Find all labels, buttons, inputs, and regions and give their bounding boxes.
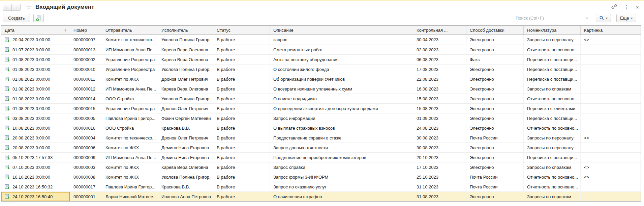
cell-control_date[interactable]: 02.08.2023 <box>413 45 466 54</box>
cell-executor[interactable]: Карева Вера Олеговна <box>158 45 213 54</box>
cell-executor[interactable]: Карева Вера Олеговна <box>158 55 213 64</box>
cell-nomenclature[interactable]: Переписка с поставщи... <box>524 74 581 84</box>
cell-status[interactable]: В работе <box>213 182 270 191</box>
favorite-star-icon[interactable]: ☆ <box>26 4 32 10</box>
cell-description[interactable]: Смета ремонтных работ <box>270 45 413 54</box>
cell-sender[interactable]: Комитет по техническо... <box>102 133 158 143</box>
cell-control_date[interactable]: 30.04.2023 <box>413 35 466 45</box>
cell-nomenclature[interactable]: Переписка с поставщи... <box>524 55 581 64</box>
cell-nomenclature[interactable]: Отчетность по основно... <box>524 45 581 54</box>
cell-delivery[interactable]: Электронно <box>466 84 524 94</box>
cell-date[interactable]: 20.08.2023 0:00:00 <box>1 143 70 152</box>
cell-description[interactable]: О выплате страховых взносов <box>270 123 413 133</box>
cell-delivery[interactable]: Почта России <box>466 182 524 191</box>
cell-number[interactable]: 000000013 <box>70 45 102 54</box>
cell-nomenclature[interactable]: Отчетность по основно... <box>524 94 581 103</box>
cell-date[interactable]: 24.10.2023 16:50:32 <box>1 182 70 191</box>
cell-sender[interactable]: Павлова Ирина Григор... <box>102 113 158 123</box>
cell-executor[interactable]: Уколова Полина Григор... <box>158 94 213 103</box>
cell-delivery[interactable]: Электронно <box>466 143 524 152</box>
cell-date[interactable]: 20.04.2023 0:00:00 <box>1 35 70 45</box>
cell-picture[interactable] <box>581 182 641 191</box>
cell-nomenclature[interactable]: Отчетность по основно... <box>524 172 581 182</box>
table-row[interactable]: 01.08.2023 0:00:00000000014ООО СтройкаУк… <box>1 94 641 103</box>
column-header-picture[interactable]: Картинка <box>581 26 641 34</box>
cell-description[interactable]: Предложение по приобретению компьютеров <box>270 153 413 162</box>
cell-delivery[interactable]: Электронно <box>466 35 524 45</box>
cell-control_date[interactable]: 31.08.2023 <box>413 192 466 201</box>
cell-nomenclature[interactable]: Запросы по справкам <box>524 162 581 172</box>
cell-sender[interactable]: ИП Мамонова Анна Пе... <box>102 45 158 54</box>
cell-number[interactable]: 000000010 <box>70 65 102 74</box>
cell-number[interactable]: 000000009 <box>70 153 102 162</box>
cell-delivery[interactable]: Почта России <box>466 172 524 182</box>
cell-status[interactable]: В работе <box>213 113 270 123</box>
cell-executor[interactable]: Карева Вера Олеговна <box>158 162 213 172</box>
cell-date[interactable]: 07.10.2023 0:00:00 <box>1 162 70 172</box>
cell-executor[interactable]: Иванова Анна Петровна <box>158 192 213 201</box>
column-header-executor[interactable]: Исполнитель <box>158 26 213 34</box>
table-row[interactable]: 01.08.2023 0:00:00000000012ИП Мамонова А… <box>1 84 641 94</box>
cell-number[interactable]: 000000012 <box>70 84 102 94</box>
cell-executor[interactable]: Дронов Олег Петрович <box>158 133 213 143</box>
cell-description[interactable]: О возврате излишне уплаченных сумм <box>270 84 413 94</box>
cell-executor[interactable]: Дронов Олег Петрович <box>158 74 213 84</box>
cell-executor[interactable]: Карева Вера Олеговна <box>158 84 213 94</box>
cell-picture[interactable] <box>581 84 641 94</box>
cell-description[interactable]: Акты на поставку оборудования <box>270 55 413 64</box>
cell-executor[interactable]: Краснова В.В. <box>158 182 213 191</box>
table-row[interactable]: 01.08.2023 0:00:00000000011Комитет по ЖК… <box>1 74 641 84</box>
cell-sender[interactable]: Ларин Николай Матвее... <box>102 192 158 201</box>
cell-nomenclature[interactable]: Запросы по персоналу <box>524 143 581 152</box>
table-row[interactable]: 03.08.2023 0:00:00000000005Павлова Ирина… <box>1 113 641 123</box>
cell-nomenclature[interactable]: Переписка с поставщи... <box>524 153 581 162</box>
table-row[interactable]: 01.08.2023 0:00:00000000015Управление Ро… <box>1 103 641 113</box>
cell-sender[interactable]: ИП Мамонова Анна Пе... <box>102 84 158 94</box>
cell-executor[interactable]: Уколова Полина Григор... <box>158 65 213 74</box>
cell-number[interactable]: 000000001 <box>70 192 102 201</box>
table-row[interactable]: 16.10.2023 0:00:00000000008Комитет по ЖК… <box>1 172 641 182</box>
cell-status[interactable]: В работе <box>213 192 270 201</box>
cell-picture[interactable]: <> <box>581 133 641 143</box>
cell-status[interactable]: В работе <box>213 84 270 94</box>
cell-picture[interactable] <box>581 104 641 113</box>
table-row[interactable]: 07.10.2023 0:00:00000000003Комитет по ЖК… <box>1 162 641 172</box>
cell-sender[interactable]: Комитет по ЖКХ <box>102 172 158 182</box>
cell-executor[interactable]: Демина Нина Егоровна <box>158 143 213 152</box>
cell-date[interactable]: 03.08.2023 0:00:00 <box>1 113 70 123</box>
cell-date[interactable]: 10.08.2023 0:00:00 <box>1 123 70 133</box>
cell-nomenclature[interactable]: Отчетность по основно... <box>524 123 581 133</box>
cell-date[interactable]: 16.10.2023 0:00:00 <box>1 172 70 182</box>
cell-date[interactable]: 01.08.2023 0:00:00 <box>1 55 70 64</box>
cell-number[interactable]: 000000011 <box>70 74 102 84</box>
cell-status[interactable]: В работе <box>213 172 270 182</box>
new-document-button[interactable] <box>33 14 44 22</box>
cell-control_date[interactable]: 06.08.2023 <box>413 55 466 64</box>
cell-nomenclature[interactable]: Запросы по справкам <box>524 192 581 201</box>
create-button[interactable]: Создать <box>3 14 30 22</box>
cell-description[interactable]: Запрос по оказанию услуг <box>270 182 413 191</box>
cell-number[interactable]: 000000015 <box>70 104 102 113</box>
cell-control_date[interactable]: 01.09.2023 <box>413 113 466 123</box>
cell-description[interactable]: О состоянии жилого фонда <box>270 65 413 74</box>
table-row[interactable]: 20.08.2023 0:00:00000000006Комитет по ЖК… <box>1 143 641 152</box>
cell-nomenclature[interactable]: Переписка с поставщи... <box>524 113 581 123</box>
more-menu-icon[interactable]: ⋮ <box>624 4 629 10</box>
cell-status[interactable]: В работе <box>213 55 270 64</box>
cell-control_date[interactable]: 15.08.2023 <box>413 104 466 113</box>
cell-status[interactable]: В работе <box>213 162 270 172</box>
cell-status[interactable]: В работе <box>213 94 270 103</box>
cell-sender[interactable]: ИП Мамонова Анна Пе... <box>102 153 158 162</box>
cell-sender[interactable]: Павлова Ирина Григор... <box>102 182 158 191</box>
cell-control_date[interactable]: 20.10.2023 <box>413 153 466 162</box>
cell-nomenclature[interactable]: Переписка с клиентами <box>524 104 581 113</box>
cell-status[interactable]: В работе <box>213 35 270 45</box>
cell-control_date[interactable]: 30.08.2023 <box>413 143 466 152</box>
cell-delivery[interactable]: Электронно <box>466 104 524 113</box>
cell-picture[interactable] <box>581 94 641 103</box>
cell-executor[interactable]: Фокин Сергей Матвеевич <box>158 113 213 123</box>
cell-picture[interactable]: <> <box>581 172 641 182</box>
cell-number[interactable]: 000000014 <box>70 94 102 103</box>
table-row[interactable]: 24.10.2023 16:50:32000000017Павлова Ирин… <box>1 182 641 191</box>
cell-number[interactable]: 000000006 <box>70 143 102 152</box>
